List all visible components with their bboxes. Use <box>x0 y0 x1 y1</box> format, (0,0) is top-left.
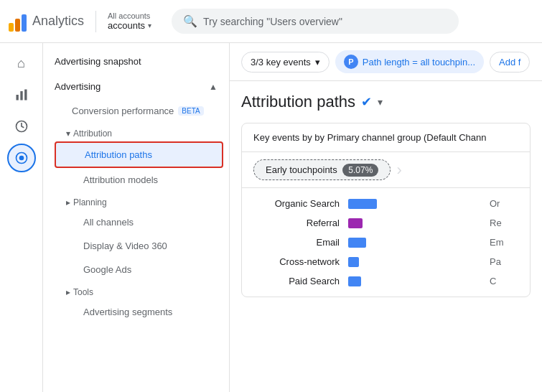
header: Analytics All accounts accounts ▾ 🔍 Try … <box>0 0 542 43</box>
chevron-up-icon: ▲ <box>209 82 218 92</box>
home-nav-icon[interactable]: ⌂ <box>7 49 36 78</box>
bar-referral <box>348 218 363 228</box>
table-row: Email Em <box>242 233 530 252</box>
bar-paidsearch <box>348 276 361 286</box>
reports-nav-icon[interactable] <box>7 80 36 109</box>
sidebar-section-advertising[interactable]: Advertising ▲ <box>43 74 229 99</box>
right-label-paidsearch: C <box>490 276 518 286</box>
chart-section: Key events by by Primary channel group (… <box>241 123 531 297</box>
beta-badge: BETA <box>178 106 203 116</box>
add-filter-label: Add f <box>499 57 520 67</box>
account-selector[interactable]: All accounts accounts ▾ <box>108 11 151 31</box>
sidebar-item-attribution-paths[interactable]: Attribution paths <box>55 141 223 168</box>
chevron-down-events-icon: ▾ <box>315 57 320 67</box>
sidebar-item-advertising-snapshot[interactable]: Advertising snapshot <box>43 49 229 74</box>
bar-container <box>348 257 481 267</box>
page-title-dropdown-icon[interactable]: ▾ <box>378 96 383 108</box>
advertising-subsection: Conversion performance BETA ▾ Attributio… <box>43 99 229 324</box>
logo-bar-2 <box>15 19 20 32</box>
sidebar-item-display-video[interactable]: Display & Video 360 <box>55 234 223 258</box>
logo-bar-3 <box>22 14 27 32</box>
row-label-paidsearch: Paid Search <box>253 276 340 286</box>
bar-organic <box>348 199 377 209</box>
touchpoints-bar: Early touchpoints 5.07% › <box>242 152 530 188</box>
account-label: All accounts <box>108 11 151 20</box>
sidebar: Advertising snapshot Advertising ▲ Conve… <box>43 43 230 392</box>
app-title: Analytics <box>32 14 84 29</box>
sidebar-item-google-ads[interactable]: Google Ads <box>55 258 223 281</box>
checkmark-icon: ✔ <box>361 94 372 110</box>
sidebar-tools-group[interactable]: ▸ Tools <box>55 281 229 300</box>
right-label-email: Em <box>490 237 518 248</box>
row-label-crossnetwork: Cross-network <box>253 256 340 267</box>
right-label-referral: Re <box>490 218 518 228</box>
row-label-organic: Organic Search <box>253 198 340 209</box>
search-input[interactable]: Try searching "Users overview" <box>203 16 342 27</box>
svg-point-5 <box>19 156 24 161</box>
svg-rect-1 <box>20 91 22 101</box>
page-title-row: Attribution paths ✔ ▾ <box>241 93 531 111</box>
chart-header-group: by Primary channel group (Default Chann <box>314 132 486 143</box>
content-toolbar: 3/3 key events ▾ P Path length = all tou… <box>230 43 542 81</box>
nav-icons: ⌂ <box>0 43 43 392</box>
bar-container <box>348 199 481 209</box>
advertising-nav-icon[interactable] <box>7 144 36 172</box>
table-row: Organic Search Or <box>242 194 530 213</box>
svg-rect-2 <box>24 90 27 101</box>
path-length-filter[interactable]: P Path length = all touchpin... <box>335 50 484 73</box>
key-events-button[interactable]: 3/3 key events ▾ <box>241 52 330 73</box>
main-layout: ⌂ Advertising snapshot Advertising ▲ Con… <box>0 43 542 392</box>
sidebar-item-attribution-models[interactable]: Attribution models <box>55 168 223 192</box>
path-length-label: Path length = all touchpin... <box>363 57 475 67</box>
sidebar-item-conversion-performance[interactable]: Conversion performance BETA <box>55 99 223 123</box>
sidebar-item-advertising-segments[interactable]: Advertising segments <box>55 300 223 324</box>
touchpoint-pct-badge: 5.07% <box>342 164 378 177</box>
add-filter-button[interactable]: Add f <box>490 52 530 73</box>
row-label-email: Email <box>253 237 340 248</box>
chevron-right-large-icon: › <box>396 161 401 179</box>
search-bar[interactable]: 🔍 Try searching "Users overview" <box>172 9 459 34</box>
chart-header: Key events by by Primary channel group (… <box>242 123 530 152</box>
chevron-down-small-icon: ▾ <box>66 129 70 139</box>
chart-rows: Organic Search Or Referral Re <box>242 188 530 297</box>
chart-header-key-events: Key events <box>253 132 299 143</box>
right-label-crossnetwork: Pa <box>490 256 518 267</box>
page-title: Attribution paths <box>241 93 355 111</box>
content-main: Attribution paths ✔ ▾ Key events by by P… <box>230 81 542 392</box>
chevron-right-tools-icon: ▸ <box>66 287 70 297</box>
bar-container <box>348 218 481 228</box>
logo-icon <box>9 11 27 32</box>
sidebar-attribution-group[interactable]: ▾ Attribution <box>55 123 229 141</box>
bar-container <box>348 238 481 248</box>
account-name: accounts ▾ <box>108 20 151 31</box>
path-p-badge: P <box>344 55 358 69</box>
bar-crossnetwork <box>348 257 359 267</box>
chevron-down-icon: ▾ <box>148 22 151 29</box>
svg-rect-0 <box>16 95 18 101</box>
key-events-label: 3/3 key events <box>251 57 311 67</box>
table-row: Paid Search C <box>242 271 530 291</box>
header-divider <box>95 11 96 32</box>
bar-email <box>348 238 366 248</box>
search-icon: 🔍 <box>183 14 197 28</box>
row-label-referral: Referral <box>253 218 340 228</box>
logo-area: Analytics <box>9 11 84 32</box>
explore-nav-icon[interactable] <box>7 112 36 141</box>
early-touchpoints-button[interactable]: Early touchpoints 5.07% <box>253 159 391 180</box>
table-row: Referral Re <box>242 213 530 233</box>
content-area: 3/3 key events ▾ P Path length = all tou… <box>230 43 542 392</box>
chevron-right-planning-icon: ▸ <box>66 197 70 207</box>
table-row: Cross-network Pa <box>242 252 530 271</box>
logo-bar-1 <box>9 23 14 32</box>
sidebar-item-all-channels[interactable]: All channels <box>55 210 223 234</box>
right-label-organic: Or <box>490 198 518 209</box>
bar-container <box>348 276 481 286</box>
sidebar-planning-group[interactable]: ▸ Planning <box>55 192 229 210</box>
chart-header-suffix: by <box>302 132 314 143</box>
